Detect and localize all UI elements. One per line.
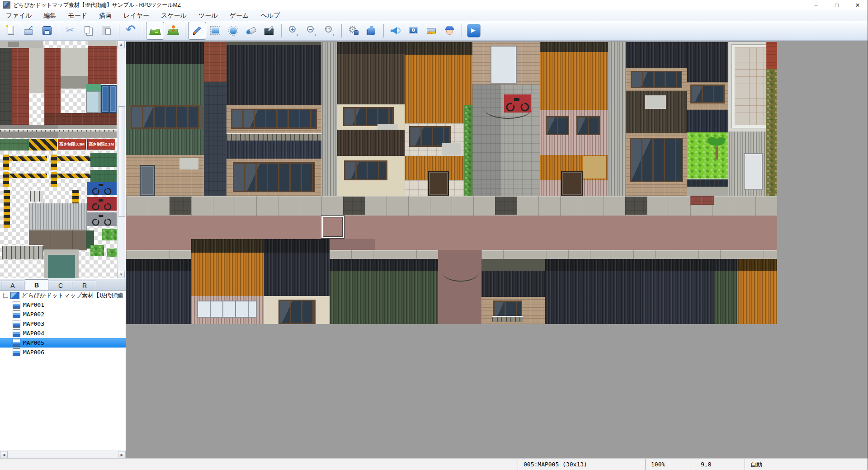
event-mode-button[interactable] bbox=[164, 22, 182, 40]
tree-item-map004[interactable]: MAP004 bbox=[0, 329, 126, 338]
toolbar bbox=[0, 21, 868, 41]
tree-root-item[interactable]: どらぴかドットマップ素材【現代街編 bbox=[0, 291, 126, 300]
scroll-left-icon[interactable]: ◀ bbox=[0, 451, 8, 458]
menu-item[interactable]: ファイル bbox=[0, 10, 38, 21]
event-searcher-icon bbox=[407, 24, 420, 37]
tileset-tab-c[interactable]: C bbox=[49, 281, 72, 290]
map-tile-block bbox=[126, 271, 191, 324]
zoom-in-icon bbox=[287, 24, 300, 37]
map-tile-block bbox=[278, 300, 316, 324]
menu-item[interactable]: ゲーム bbox=[224, 10, 255, 21]
maximize-button[interactable]: □ bbox=[826, 0, 847, 10]
fill-tool-button[interactable] bbox=[242, 22, 260, 40]
menu-item[interactable]: ツール bbox=[193, 10, 224, 21]
toolbar-separator bbox=[185, 24, 185, 38]
tileset-palette-canvas[interactable]: 高さ制限3.3M高さ制限2.1M bbox=[0, 41, 117, 278]
menu-item[interactable]: スケール bbox=[155, 10, 193, 21]
rect-tool-button[interactable] bbox=[206, 22, 224, 40]
playtest-icon bbox=[467, 24, 481, 38]
map-tile-block bbox=[608, 42, 626, 196]
tree-item-map006[interactable]: MAP006 bbox=[0, 348, 126, 357]
scroll-right-icon[interactable]: ▶ bbox=[118, 451, 126, 458]
map-tile-block bbox=[737, 259, 777, 271]
map-tile-block bbox=[405, 42, 472, 55]
map-tile-block bbox=[126, 250, 191, 259]
scroll-up-icon[interactable]: ▲ bbox=[118, 41, 125, 48]
sound-test-button[interactable] bbox=[387, 22, 405, 40]
map-tile-block bbox=[438, 250, 481, 324]
map-file-icon bbox=[13, 329, 20, 337]
tree-item-map003[interactable]: MAP003 bbox=[0, 319, 126, 329]
map-name-label: MAP005 bbox=[23, 339, 44, 346]
map-tile-block bbox=[428, 171, 449, 196]
map-editor-canvas[interactable] bbox=[126, 41, 868, 458]
map-tile-block bbox=[625, 197, 647, 215]
minimize-button[interactable]: − bbox=[806, 0, 826, 10]
fill-tool-icon bbox=[245, 24, 258, 37]
character-generator-button[interactable] bbox=[441, 22, 459, 40]
menu-item[interactable]: レイヤー bbox=[118, 10, 155, 21]
palette-scrollbar-thumb[interactable] bbox=[118, 106, 125, 217]
paste-button[interactable] bbox=[98, 22, 116, 40]
new-button[interactable] bbox=[2, 22, 20, 40]
map-tile-block bbox=[714, 271, 737, 324]
map-tile-block bbox=[443, 263, 479, 282]
tree-collapse-icon[interactable] bbox=[3, 293, 8, 298]
map-tile-block bbox=[687, 179, 728, 187]
palette-tile-block: 高さ制限2.1M bbox=[87, 139, 115, 150]
map-file-icon bbox=[13, 339, 20, 347]
database-button[interactable] bbox=[344, 22, 363, 40]
tree-item-map001[interactable]: MAP001 bbox=[0, 300, 126, 310]
tree-horizontal-scrollbar[interactable]: ◀ ▶ bbox=[0, 451, 126, 459]
toolbar-separator bbox=[462, 24, 462, 38]
zoom-out-button[interactable] bbox=[302, 22, 321, 40]
palette-scrollbar[interactable]: ▲ ▼ bbox=[117, 41, 125, 278]
map-tile-block bbox=[264, 239, 330, 253]
open-button[interactable] bbox=[20, 22, 38, 40]
toolbar-separator bbox=[143, 24, 143, 38]
map-tile-block bbox=[545, 271, 642, 324]
undo-button[interactable] bbox=[122, 22, 140, 40]
map-mode-icon bbox=[149, 24, 161, 37]
menu-item[interactable]: モード bbox=[62, 10, 93, 21]
menu-item[interactable]: 編集 bbox=[38, 10, 62, 21]
resource-manager-button[interactable] bbox=[423, 22, 441, 40]
map-file-icon bbox=[13, 320, 20, 328]
map-file-icon bbox=[13, 310, 20, 318]
tileset-tab-b[interactable]: B bbox=[25, 279, 48, 290]
map-tile-block bbox=[126, 196, 777, 216]
close-button[interactable]: ✕ bbox=[847, 0, 868, 10]
map-tile-block bbox=[126, 259, 191, 271]
scroll-down-icon[interactable]: ▼ bbox=[118, 271, 125, 278]
plugin-button[interactable] bbox=[363, 22, 381, 40]
tileset-tab-r[interactable]: R bbox=[73, 281, 96, 290]
tree-item-map005[interactable]: MAP005 bbox=[0, 338, 126, 348]
map-tile-block bbox=[321, 42, 337, 196]
ellipse-tool-button[interactable] bbox=[224, 22, 242, 40]
save-button[interactable] bbox=[38, 22, 56, 40]
map-tile-block bbox=[126, 129, 204, 155]
map-mode-button[interactable] bbox=[146, 22, 164, 40]
tree-item-map002[interactable]: MAP002 bbox=[0, 310, 126, 319]
map-name-label: MAP003 bbox=[23, 320, 44, 327]
menu-item[interactable]: ヘルプ bbox=[255, 10, 286, 21]
cut-button[interactable] bbox=[62, 22, 80, 40]
map-tile-block bbox=[330, 271, 438, 324]
map-tile-block bbox=[233, 162, 315, 192]
palette-tile-block bbox=[0, 125, 58, 138]
event-searcher-button[interactable] bbox=[405, 22, 423, 40]
tileset-tab-a[interactable]: A bbox=[1, 281, 24, 290]
map-tile-block bbox=[464, 105, 472, 196]
map-render-area[interactable] bbox=[126, 42, 777, 324]
zoom-in-button[interactable] bbox=[284, 22, 302, 40]
pencil-button[interactable] bbox=[188, 22, 206, 40]
map-tile-block bbox=[631, 71, 682, 88]
playtest-button[interactable] bbox=[465, 22, 483, 40]
palette-tile-block bbox=[101, 85, 109, 113]
menu-item[interactable]: 描画 bbox=[93, 10, 118, 21]
actual-size-button[interactable] bbox=[321, 22, 339, 40]
character-generator-icon bbox=[443, 24, 456, 37]
map-file-icon bbox=[13, 348, 20, 356]
copy-button[interactable] bbox=[80, 22, 98, 40]
shadow-pen-button[interactable] bbox=[260, 22, 278, 40]
